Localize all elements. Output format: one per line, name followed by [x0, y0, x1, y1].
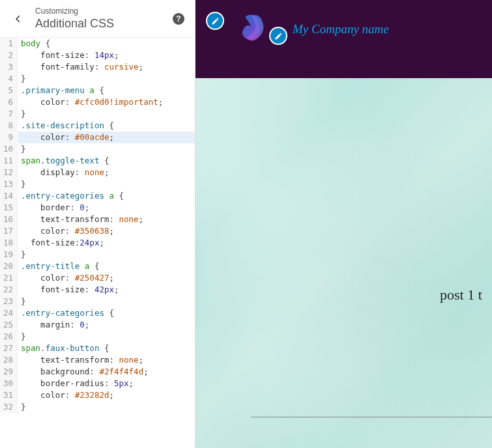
post-wrap: post 1 t — [440, 287, 492, 303]
code-text[interactable]: } — [18, 73, 195, 85]
help-button[interactable]: ? — [173, 13, 184, 25]
code-line[interactable]: 19} — [0, 249, 195, 260]
code-text[interactable]: color: #23282d; — [18, 389, 195, 401]
line-number: 29 — [0, 366, 18, 378]
line-number: 17 — [0, 225, 18, 237]
code-line[interactable]: 11span.toggle-text { — [0, 155, 195, 167]
edit-shortcut-button[interactable] — [206, 12, 224, 30]
code-text[interactable]: .entry-categories { — [18, 307, 195, 319]
code-text[interactable]: font-size: 42px; — [18, 284, 195, 296]
line-number: 28 — [0, 354, 18, 366]
code-line[interactable]: 6 color: #cfc0d0!important; — [0, 96, 195, 108]
code-text[interactable]: color: #00acde; — [18, 132, 195, 143]
customizer-panel: Customizing Additional CSS ? 1body {2 fo… — [0, 0, 195, 448]
code-text[interactable]: text-transform: none; — [18, 214, 195, 225]
code-line[interactable]: 21 color: #250427; — [0, 272, 195, 284]
line-number: 19 — [0, 249, 18, 260]
code-text[interactable]: .site-description { — [18, 120, 195, 132]
line-number: 23 — [0, 296, 18, 307]
line-number: 6 — [0, 96, 18, 108]
code-line[interactable]: 23} — [0, 296, 195, 307]
code-line[interactable]: 18 font-size:24px; — [0, 237, 195, 249]
code-text[interactable]: color: #350638; — [18, 225, 195, 237]
code-text[interactable]: } — [18, 178, 195, 190]
code-text[interactable]: span.toggle-text { — [18, 155, 195, 167]
line-number: 10 — [0, 143, 18, 155]
code-line[interactable]: 4} — [0, 73, 195, 85]
edit-shortcut-button[interactable] — [269, 27, 287, 45]
code-text[interactable]: } — [18, 331, 195, 343]
line-number: 31 — [0, 389, 18, 401]
panel-header: Customizing Additional CSS ? — [0, 0, 195, 38]
code-text[interactable]: .entry-categories a { — [18, 190, 195, 202]
line-number: 7 — [0, 108, 18, 120]
line-number: 21 — [0, 272, 18, 284]
code-line[interactable]: 2 font-size: 14px; — [0, 49, 195, 61]
line-number: 30 — [0, 378, 18, 389]
code-line[interactable]: 16 text-transform: none; — [0, 214, 195, 225]
line-number: 18 — [0, 237, 18, 249]
code-text[interactable]: font-size: 14px; — [18, 49, 195, 61]
code-line[interactable]: 3 font-family: cursive; — [0, 61, 195, 73]
code-line[interactable]: 27span.faux-button { — [0, 343, 195, 354]
code-line[interactable]: 15 border: 0; — [0, 202, 195, 214]
code-text[interactable]: body { — [18, 38, 195, 49]
code-line[interactable]: 8.site-description { — [0, 120, 195, 132]
code-text[interactable]: background: #2f4f4f4d; — [18, 366, 195, 378]
code-line[interactable]: 22 font-size: 42px; — [0, 284, 195, 296]
code-text[interactable]: border: 0; — [18, 202, 195, 214]
code-text[interactable]: .entry-title a { — [18, 260, 195, 272]
code-line[interactable]: 5.primary-menu a { — [0, 85, 195, 96]
site-title[interactable]: My Company name — [293, 22, 389, 36]
code-line[interactable]: 17 color: #350638; — [0, 225, 195, 237]
code-line[interactable]: 28 text-transform: none; — [0, 354, 195, 366]
code-line[interactable]: 30 border-radius: 5px; — [0, 378, 195, 389]
code-text[interactable]: text-transform: none; — [18, 354, 195, 366]
code-text[interactable]: } — [18, 296, 195, 307]
code-text[interactable]: margin: 0; — [18, 319, 195, 331]
post-title[interactable]: post 1 t — [440, 287, 492, 303]
code-line[interactable]: 10} — [0, 143, 195, 155]
code-line[interactable]: 24.entry-categories { — [0, 307, 195, 319]
line-number: 15 — [0, 202, 18, 214]
code-line[interactable]: 29 background: #2f4f4f4d; — [0, 366, 195, 378]
code-line[interactable]: 7} — [0, 108, 195, 120]
code-line[interactable]: 12 display: none; — [0, 167, 195, 178]
code-text[interactable]: color: #250427; — [18, 272, 195, 284]
code-line[interactable]: 14.entry-categories a { — [0, 190, 195, 202]
site-preview: My Company name post 1 t — [195, 0, 492, 448]
code-line[interactable]: 31 color: #23282d; — [0, 389, 195, 401]
code-line[interactable]: 25 margin: 0; — [0, 319, 195, 331]
code-line[interactable]: 20.entry-title a { — [0, 260, 195, 272]
back-button[interactable] — [10, 11, 26, 27]
site-logo[interactable] — [233, 10, 270, 48]
line-number: 3 — [0, 61, 18, 73]
css-code-editor[interactable]: 1body {2 font-size: 14px;3 font-family: … — [0, 38, 195, 448]
line-number: 2 — [0, 49, 18, 61]
code-text[interactable]: border-radius: 5px; — [18, 378, 195, 389]
code-line[interactable]: 13} — [0, 178, 195, 190]
line-number: 1 — [0, 38, 18, 49]
code-line[interactable]: 9 color: #00acde; — [0, 132, 195, 143]
line-number: 20 — [0, 260, 18, 272]
code-text[interactable]: } — [18, 249, 195, 260]
code-text[interactable]: display: none; — [18, 167, 195, 178]
line-number: 12 — [0, 167, 18, 178]
code-text[interactable]: } — [18, 401, 195, 413]
line-number: 26 — [0, 331, 18, 343]
code-text[interactable]: } — [18, 108, 195, 120]
code-text[interactable]: span.faux-button { — [18, 343, 195, 354]
preview-content: post 1 t — [195, 78, 492, 448]
panel-title: Additional CSS — [35, 17, 173, 31]
panel-subtitle: Customizing — [35, 7, 173, 16]
code-text[interactable]: font-family: cursive; — [18, 61, 195, 73]
code-line[interactable]: 32} — [0, 401, 195, 413]
code-line[interactable]: 1body { — [0, 38, 195, 49]
code-text[interactable]: } — [18, 143, 195, 155]
code-text[interactable]: font-size:24px; — [18, 237, 195, 249]
code-text[interactable]: .primary-menu a { — [18, 85, 195, 96]
line-number: 14 — [0, 190, 18, 202]
chevron-left-icon — [14, 14, 23, 23]
code-line[interactable]: 26} — [0, 331, 195, 343]
code-text[interactable]: color: #cfc0d0!important; — [18, 96, 195, 108]
